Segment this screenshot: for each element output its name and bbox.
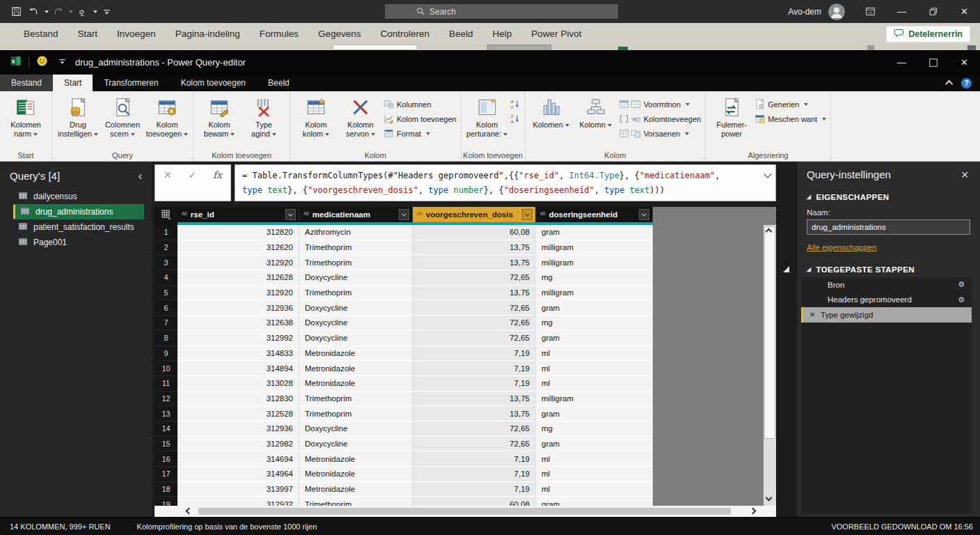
row-number[interactable]: 19 [155,497,177,506]
cell-rse_id[interactable]: 312620 [177,240,299,256]
cell-doseringseenheid[interactable]: gram [536,225,653,240]
cell-doseringseenheid[interactable]: gram [536,437,653,452]
cell-voorgeschreven_dosis[interactable]: 7,19 [413,361,536,376]
excel-tab-beeld[interactable]: Beeld [439,29,483,39]
cell-medicatienaam[interactable]: Trimethoprim [299,406,413,421]
ribbon-display-options-icon[interactable] [855,0,886,23]
cell-voorgeschreven_dosis[interactable]: 60,08 [413,497,536,506]
scroll-left-icon[interactable] [187,509,191,513]
cell-rse_id[interactable]: 314964 [177,467,299,482]
ribbon-button-kolom-toevoegen[interactable]: Kolom toevoegen [384,113,457,125]
cell-medicatienaam[interactable]: Metronidazole [299,451,413,467]
cell-rse_id[interactable]: 312920 [177,286,299,301]
cell-voorgeschreven_dosis[interactable]: 72,65 [413,316,536,331]
row-number[interactable]: 8 [155,331,177,346]
excel-tab-controleren[interactable]: Controleren [371,29,440,39]
cell-doseringseenheid[interactable]: gram [536,497,653,506]
cell-voorgeschreven_dosis[interactable]: 7,19 [413,482,536,497]
ribbon-button-sort-za[interactable]: ZA [510,113,521,125]
cell-doseringseenheid[interactable]: ml [536,451,653,467]
row-number[interactable]: 1 [155,225,177,240]
vertical-scrollbar-thumb[interactable] [764,226,775,439]
cell-rse_id[interactable]: 312936 [177,421,299,437]
scroll-down-icon[interactable] [766,495,773,502]
cell-rse_id[interactable]: 312932 [177,497,299,506]
row-number[interactable]: 16 [155,451,177,467]
ribbon-button-type-agind[interactable]: Type agind [242,94,285,139]
ribbon-button-kolomn-[interactable]: Kolomn [574,94,617,130]
customize-qat-icon[interactable] [99,4,115,19]
excel-tab-formules[interactable]: Formules [250,29,308,39]
step-settings-gear-icon[interactable]: ⚙ [958,295,965,304]
column-type-icon[interactable]: ᴬᴮ [417,211,422,218]
cell-voorgeschreven_dosis[interactable]: 13,75 [413,406,536,421]
ribbon-button-kolom-kolom[interactable]: Kolom kolom [294,94,338,139]
cell-voorgeschreven_dosis[interactable]: 72,65 [413,270,536,286]
row-number[interactable]: 10 [155,361,177,376]
column-header-medicatienaam[interactable]: ᴬᴮmedicatienaam [299,207,413,222]
step-headers-gepromoveerd[interactable]: Headers gepromoveerd⚙ [801,293,972,308]
cell-medicatienaam[interactable]: Trimethoprim [299,240,413,256]
ribbon-button-voormtnon[interactable]: Voormtnon [631,98,702,111]
cell-medicatienaam[interactable]: Metronidazole [299,482,413,497]
section-expand-icon[interactable]: ◢ [807,194,812,200]
row-number[interactable]: 18 [155,482,177,497]
cell-doseringseenheid[interactable]: mg [536,421,653,437]
horizontal-scrollbar[interactable] [155,506,776,517]
row-number[interactable]: 14 [155,421,177,437]
row-number[interactable]: 9 [155,346,177,362]
cell-doseringseenheid[interactable]: gram [536,331,653,346]
cell-doseringseenheid[interactable]: gram [536,300,653,316]
cell-medicatienaam[interactable]: Azithromycin [299,225,413,240]
cell-voorgeschreven_dosis[interactable]: 72,65 [413,437,536,452]
undo-caret-icon[interactable] [45,10,49,13]
cell-rse_id[interactable]: 312820 [177,225,299,240]
avatar[interactable] [828,3,845,20]
cell-doseringseenheid[interactable]: gram [536,406,653,421]
cell-voorgeschreven_dosis[interactable]: 60,08 [413,225,536,240]
table-menu-button[interactable] [155,207,177,222]
row-number[interactable]: 13 [155,406,177,421]
query-item-page001[interactable]: Page001 [13,235,144,250]
ink-icon[interactable] [74,4,90,19]
save-icon[interactable] [8,4,24,19]
ribbon-button-kolomen-narm[interactable]: Kolomen narm [4,94,47,139]
scroll-right-icon[interactable] [750,509,755,513]
ribbon-button-kolumnen[interactable]: Kolumnen [384,98,457,111]
column-type-icon[interactable]: ᴬᴮ [182,211,187,218]
row-number[interactable]: 4 [155,270,177,286]
smiley-icon[interactable] [36,55,48,70]
query-name-input[interactable] [807,219,970,235]
cell-medicatienaam[interactable]: Metronidazole [299,467,413,482]
cell-rse_id[interactable]: 312638 [177,316,299,331]
cell-medicatienaam[interactable]: Trimethoprim [299,286,413,301]
cell-rse_id[interactable]: 314694 [177,451,299,467]
cell-medicatienaam[interactable]: Doxycycline [299,421,413,437]
pq-tab-bestand[interactable]: Bestand [0,75,53,91]
pq-tab-start[interactable]: Start [53,75,93,91]
cell-rse_id[interactable]: 312920 [177,255,299,270]
row-number[interactable]: 15 [155,437,177,452]
cell-doseringseenheid[interactable]: mg [536,270,653,286]
splitter-handle-icon[interactable] [783,266,789,272]
customize-qat-icon[interactable] [56,55,68,70]
ribbon-button-kolom-toevoegen[interactable]: Kolom toevoegen [145,94,189,139]
ribbon-button-mini-table[interactable] [619,98,629,111]
column-type-icon[interactable]: ᴬᴮ [540,211,546,218]
undo-icon[interactable] [26,4,42,19]
step-settings-gear-icon[interactable]: ⚙ [958,280,965,289]
step-bron[interactable]: Bron⚙ [801,277,972,293]
query-item-dailycensus[interactable]: dailycensus [13,189,144,204]
comments-button[interactable]: Detelernerrin [886,26,970,42]
excel-tab-pagina-indeling[interactable]: Pagina-indeling [166,29,250,39]
cell-doseringseenheid[interactable]: milligram [536,391,653,407]
excel-tab-gegevens[interactable]: Gegevens [308,29,371,39]
row-number[interactable]: 3 [155,255,177,270]
cell-voorgeschreven_dosis[interactable]: 72,65 [413,331,536,346]
step-type-gewijzigd[interactable]: ✕Type gewijzigd [801,307,972,323]
column-header-voorgeschreven_dosis[interactable]: ᴬᴮvoorgeschreven_dosis [413,207,536,222]
cell-medicatienaam[interactable]: Metronidazole [299,346,413,362]
ribbon-button-kolomtoeveegen[interactable]: %Kolomtoeveegen [631,113,702,125]
cell-medicatienaam[interactable]: Doxycycline [299,331,413,346]
cell-rse_id[interactable]: 312936 [177,300,299,316]
